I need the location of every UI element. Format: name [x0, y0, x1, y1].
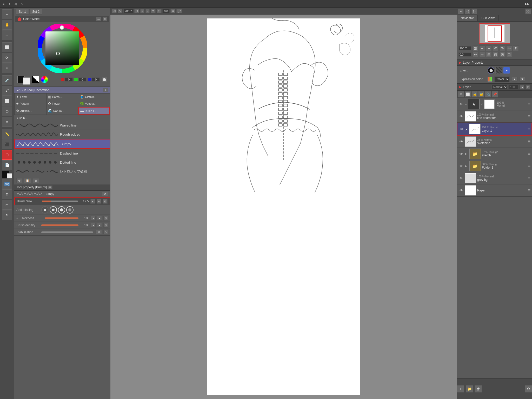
- layer-blend-mode-select[interactable]: Normal: [491, 85, 508, 89]
- nav-rotate-right-btn[interactable]: ↷: [500, 45, 505, 51]
- copy-brush-btn[interactable]: 📋: [24, 178, 31, 183]
- brush-size-slider[interactable]: [42, 201, 78, 202]
- layer-eye-folder1[interactable]: 👁: [458, 163, 464, 169]
- right-expand-btn[interactable]: ▷▷: [525, 9, 531, 14]
- layer-item-top[interactable]: 👁 ✏ ★ ✓ 100 % Normal ≡: [457, 98, 532, 110]
- layer-item-layer1[interactable]: 👁 🖌 100 % Normal Layer 1 ≡: [457, 123, 532, 136]
- nav-undo-btn[interactable]: ↩: [473, 52, 478, 57]
- tab-sub-view[interactable]: Sub View: [478, 15, 498, 21]
- fill-btn[interactable]: ⬡: [2, 107, 12, 116]
- subtool-vegetation[interactable]: 🌿 Vegeta...: [78, 100, 110, 107]
- layer-opacity-up-btn[interactable]: ▲: [520, 85, 524, 89]
- nav-more3-btn[interactable]: ⊠: [500, 52, 505, 57]
- layer-lock-btn[interactable]: 🔒: [471, 91, 478, 97]
- nav-zoom-input[interactable]: 200.7: [458, 46, 471, 50]
- layer-menu-folder1[interactable]: ≡: [528, 164, 530, 168]
- thickness-expand-btn[interactable]: ⊡: [103, 216, 108, 221]
- layer-eye-top[interactable]: 👁: [458, 102, 464, 107]
- canvas-back-btn[interactable]: ◁: [112, 9, 117, 13]
- subtool-effect[interactable]: ✦ Effect: [15, 94, 46, 100]
- layer-opacity-input[interactable]: 100: [509, 85, 518, 89]
- layer-menu-grey-bg[interactable]: ≡: [528, 176, 530, 181]
- canvas-content[interactable]: [110, 15, 457, 399]
- right-forward-btn[interactable]: ▷: [471, 9, 477, 14]
- layer-thumb-btn[interactable]: ⬜: [465, 91, 471, 97]
- layer-clip-btn[interactable]: 📎: [485, 91, 491, 97]
- frame-btn[interactable]: ⬛: [2, 139, 12, 149]
- stabilization-slider[interactable]: [41, 231, 93, 233]
- eraser-btn[interactable]: ⬜: [2, 96, 12, 106]
- brush-item-rough-edged[interactable]: Rough edged: [14, 130, 110, 139]
- flip-btn[interactable]: ⇔: [170, 9, 175, 13]
- density-up-btn[interactable]: ▲: [91, 223, 96, 228]
- move-tool-btn[interactable]: ↔: [2, 9, 12, 19]
- thickness-down-btn[interactable]: ▼: [97, 216, 102, 221]
- layer-menu-folder-sketch[interactable]: ≡: [528, 151, 530, 156]
- set1-btn[interactable]: Set 1: [16, 9, 29, 15]
- blue-input[interactable]: 0: [92, 77, 100, 82]
- subtool-clothing[interactable]: 🧵 Clothin...: [78, 94, 110, 100]
- effect-color-btn[interactable]: ■: [503, 67, 510, 74]
- layer-item-paper[interactable]: 👁 Paper ≡: [457, 184, 532, 197]
- tool-prop-options-btn[interactable]: ⚙: [48, 185, 52, 189]
- panel-toggle-btn[interactable]: ◁: [13, 2, 18, 6]
- brush-tool-btn[interactable]: 🖌: [2, 86, 12, 96]
- add-brush-btn[interactable]: ⊕: [16, 178, 22, 183]
- nav-redo-btn[interactable]: ↪: [479, 52, 485, 57]
- layer-eye-paper[interactable]: 👁: [458, 188, 464, 193]
- brush-item-retro[interactable]: レトロポップ破線: [14, 167, 110, 176]
- layer-eye-all-btn[interactable]: 👁: [458, 91, 464, 97]
- layer-item-folder1[interactable]: 👁 ▶ 📁 30 % Through Folder 1 ≡: [457, 160, 532, 172]
- color-circle-btn[interactable]: [41, 76, 48, 83]
- layer-menu-layer1[interactable]: ≡: [528, 127, 530, 131]
- layer-item-grey-bg[interactable]: 👁 100 % Normal grey bg ≡: [457, 172, 532, 184]
- effect-pattern-btn[interactable]: [495, 67, 502, 74]
- subtool-bush[interactable]: Bush b...: [14, 115, 110, 121]
- layer-item-sketching[interactable]: 👁 33 % Normal sketching ≡: [457, 136, 532, 148]
- layer-menu-top[interactable]: ≡: [528, 102, 530, 107]
- right-back-btn[interactable]: ◁: [465, 9, 470, 14]
- green-input[interactable]: 0: [78, 77, 86, 82]
- brush-density-slider[interactable]: [41, 224, 78, 226]
- background-swatch[interactable]: [23, 77, 30, 85]
- menu-icon[interactable]: ≡: [2, 2, 5, 6]
- expression-color-select[interactable]: Color: [494, 76, 510, 82]
- right-toggle-btn[interactable]: ▶▶: [524, 2, 530, 6]
- layer-expand-folder1[interactable]: ▶: [465, 164, 468, 168]
- layer-pencil-top[interactable]: ✏: [465, 103, 467, 106]
- nav-angle-input[interactable]: 0.0: [458, 52, 471, 57]
- layer-eye-layer1[interactable]: 👁: [459, 127, 464, 132]
- fullscreen-btn[interactable]: ⛶: [176, 9, 182, 13]
- stabilization-nav-btn[interactable]: ▷: [103, 230, 108, 234]
- layer-eye-line-char[interactable]: 👁: [458, 114, 464, 119]
- aa-med-btn[interactable]: [58, 206, 65, 214]
- tab-navigator[interactable]: Navigator: [457, 15, 478, 21]
- pan-tool-btn[interactable]: ✋: [2, 20, 12, 30]
- nav-more2-btn[interactable]: ⊟: [493, 52, 498, 57]
- thickness-slider[interactable]: [45, 217, 78, 219]
- sub-tool-options-btn[interactable]: ⚙: [103, 88, 108, 92]
- decoration-btn[interactable]: ⬡: [2, 150, 12, 160]
- red-input[interactable]: 0: [65, 77, 73, 82]
- brush-item-bumpy[interactable]: Bumpy: [14, 139, 110, 149]
- density-expand-btn[interactable]: ⊡: [103, 223, 108, 228]
- rotate-cw-btn[interactable]: ↷: [151, 9, 156, 13]
- layer-eye-grey-bg[interactable]: 👁: [458, 176, 464, 181]
- nav-rotate-left-btn[interactable]: ↶: [493, 45, 498, 51]
- layer-opacity-down-btn[interactable]: ▼: [526, 85, 530, 89]
- brush-size-up-btn[interactable]: ▲: [90, 199, 95, 204]
- canvas-forward-btn[interactable]: ▷: [118, 9, 122, 13]
- layer-clip2-btn[interactable]: 📌: [492, 91, 498, 97]
- expression-color-up-btn[interactable]: ▲: [512, 77, 517, 82]
- zoom-fit-btn[interactable]: ⊡: [134, 9, 139, 13]
- layer-btn[interactable]: 📄: [2, 160, 12, 170]
- stabilization-settings-btn[interactable]: ⚙: [96, 230, 102, 234]
- nav-flip-v-btn[interactable]: ⇕: [513, 45, 519, 51]
- aa-none-btn[interactable]: [41, 206, 49, 214]
- nav-toggle-btn[interactable]: ▷: [20, 2, 24, 6]
- color-wheel-svg[interactable]: [38, 24, 87, 73]
- layer-new-folder-btn[interactable]: 📁: [466, 385, 473, 393]
- selection-tool-btn[interactable]: ⬜: [2, 42, 12, 52]
- nav-preview-thumb[interactable]: [479, 23, 510, 44]
- ruler-btn[interactable]: 📏: [2, 129, 12, 139]
